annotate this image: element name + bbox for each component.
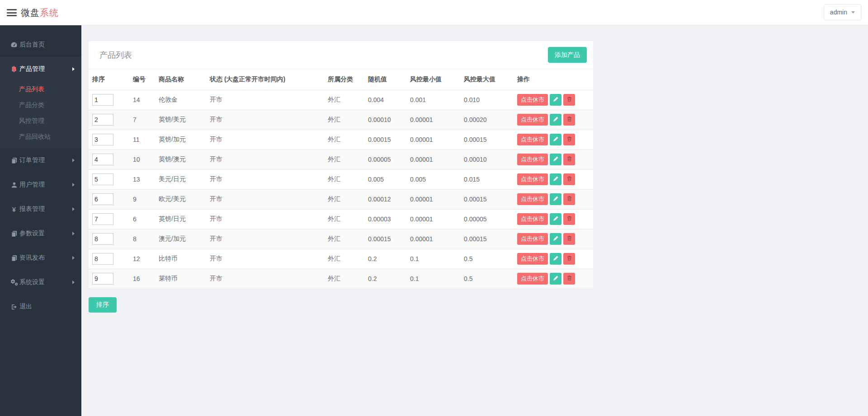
sort-order-input[interactable] bbox=[92, 114, 113, 126]
sort-order-input[interactable] bbox=[92, 253, 113, 265]
sidebar-item-logout[interactable]: 退出 bbox=[0, 294, 81, 319]
user-menu-dropdown[interactable]: admin bbox=[824, 4, 861, 20]
sort-order-input[interactable] bbox=[92, 134, 113, 145]
add-product-button[interactable]: 添加产品 bbox=[548, 47, 587, 63]
copy-icon bbox=[10, 255, 18, 262]
bitcoin-icon: ฿ bbox=[10, 65, 18, 73]
chevron-right-icon bbox=[72, 183, 75, 187]
cell-id: 6 bbox=[129, 209, 155, 229]
sidebar-subitem-product-recycle[interactable]: 产品回收站 bbox=[0, 129, 81, 145]
edit-button[interactable] bbox=[550, 193, 561, 205]
row-actions: 点击休市 bbox=[517, 114, 590, 126]
sidebar-subitem-product-category[interactable]: 产品分类 bbox=[0, 97, 81, 113]
row-actions: 点击休市 bbox=[517, 94, 590, 106]
sidebar-item-product-management[interactable]: ฿ 产品管理 bbox=[0, 57, 81, 81]
close-market-button[interactable]: 点击休市 bbox=[517, 193, 548, 205]
sort-order-input[interactable] bbox=[92, 173, 113, 185]
cell-product-name: 欧元/美元 bbox=[155, 189, 206, 209]
sidebar-item-parameter-settings[interactable]: 参数设置 bbox=[0, 221, 81, 246]
delete-button[interactable] bbox=[563, 193, 575, 205]
trash-icon bbox=[566, 96, 572, 103]
delete-button[interactable] bbox=[563, 154, 575, 165]
cell-risk-max: 0.010 bbox=[460, 90, 514, 110]
cell-risk-min: 0.00001 bbox=[406, 209, 460, 229]
sidebar-item-news-publish[interactable]: 资讯发布 bbox=[0, 246, 81, 270]
cell-product-name: 伦敦金 bbox=[155, 90, 206, 110]
close-market-button[interactable]: 点击休市 bbox=[517, 134, 548, 145]
delete-button[interactable] bbox=[563, 134, 575, 145]
sidebar-item-system-settings[interactable]: 系统设置 bbox=[0, 270, 81, 294]
sidebar-item-report-management[interactable]: ¥ 报表管理 bbox=[0, 197, 81, 221]
edit-button[interactable] bbox=[550, 253, 561, 265]
cell-random-value: 0.004 bbox=[364, 90, 406, 110]
page-title: 产品列表 bbox=[99, 50, 548, 61]
close-market-button[interactable]: 点击休市 bbox=[517, 273, 548, 285]
close-market-button[interactable]: 点击休市 bbox=[517, 213, 548, 225]
cell-status: 开市 bbox=[206, 90, 324, 110]
sort-order-input[interactable] bbox=[92, 213, 113, 225]
edit-button[interactable] bbox=[550, 94, 561, 106]
sidebar-item-label: 后台首页 bbox=[19, 41, 45, 49]
edit-button[interactable] bbox=[550, 154, 561, 165]
cell-product-name: 英镑/日元 bbox=[155, 209, 206, 229]
delete-button[interactable] bbox=[563, 173, 575, 185]
chevron-right-icon bbox=[72, 207, 75, 211]
sidebar-item-order-management[interactable]: 订单管理 bbox=[0, 148, 81, 173]
cell-random-value: 0.2 bbox=[364, 249, 406, 269]
cell-risk-min: 0.001 bbox=[406, 90, 460, 110]
cell-random-value: 0.00010 bbox=[364, 110, 406, 130]
delete-button[interactable] bbox=[563, 253, 575, 265]
cell-category: 外汇 bbox=[324, 269, 364, 289]
sort-submit-button[interactable]: 排序 bbox=[89, 297, 117, 313]
cell-id: 14 bbox=[129, 90, 155, 110]
sort-order-input[interactable] bbox=[92, 94, 113, 106]
sort-order-input[interactable] bbox=[92, 193, 113, 205]
close-market-button[interactable]: 点击休市 bbox=[517, 154, 548, 165]
sidebar-group-products: ฿ 产品管理 产品列表 产品分类 风控管理 产品回收站 bbox=[0, 57, 81, 148]
sidebar-subitem-product-list[interactable]: 产品列表 bbox=[0, 81, 81, 97]
sort-order-input[interactable] bbox=[92, 273, 113, 285]
close-market-button[interactable]: 点击休市 bbox=[517, 233, 548, 245]
close-market-button[interactable]: 点击休市 bbox=[517, 114, 548, 126]
cell-risk-min: 0.00001 bbox=[406, 110, 460, 130]
table-row: 9 欧元/美元 开市 外汇 0.00012 0.00001 0.00015 点击… bbox=[89, 189, 593, 209]
sort-order-input[interactable] bbox=[92, 233, 113, 245]
column-header-category: 所属分类 bbox=[324, 69, 364, 90]
cell-category: 外汇 bbox=[324, 110, 364, 130]
delete-button[interactable] bbox=[563, 114, 575, 126]
sidebar-toggle-icon[interactable] bbox=[7, 9, 17, 16]
table-row: 12 比特币 开市 外汇 0.2 0.1 0.5 点击休市 bbox=[89, 249, 593, 269]
delete-button[interactable] bbox=[563, 94, 575, 106]
cell-status: 开市 bbox=[206, 229, 324, 249]
row-actions: 点击休市 bbox=[517, 273, 590, 285]
chevron-right-icon bbox=[72, 256, 75, 260]
edit-button[interactable] bbox=[550, 213, 561, 225]
sort-order-input[interactable] bbox=[92, 154, 113, 165]
delete-button[interactable] bbox=[563, 273, 575, 285]
cell-status: 开市 bbox=[206, 209, 324, 229]
delete-button[interactable] bbox=[563, 213, 575, 225]
table-row: 6 英镑/日元 开市 外汇 0.00003 0.00001 0.00005 点击… bbox=[89, 209, 593, 229]
sidebar-item-user-management[interactable]: 用户管理 bbox=[0, 173, 81, 197]
table-row: 8 澳元/加元 开市 外汇 0.00015 0.00001 0.00015 点击… bbox=[89, 229, 593, 249]
close-market-button[interactable]: 点击休市 bbox=[517, 94, 548, 106]
edit-button[interactable] bbox=[550, 233, 561, 245]
cell-risk-min: 0.00001 bbox=[406, 229, 460, 249]
column-header-status: 状态 (大盘正常开市时间内) bbox=[206, 69, 324, 90]
edit-button[interactable] bbox=[550, 134, 561, 145]
cell-id: 16 bbox=[129, 269, 155, 289]
table-row: 14 伦敦金 开市 外汇 0.004 0.001 0.010 点击休市 bbox=[89, 90, 593, 110]
delete-button[interactable] bbox=[563, 233, 575, 245]
close-market-button[interactable]: 点击休市 bbox=[517, 253, 548, 265]
table-row: 13 美元/日元 开市 外汇 0.005 0.005 0.015 点击休市 bbox=[89, 169, 593, 189]
cell-product-name: 莱特币 bbox=[155, 269, 206, 289]
cell-id: 8 bbox=[129, 229, 155, 249]
cell-status: 开市 bbox=[206, 189, 324, 209]
edit-button[interactable] bbox=[550, 173, 561, 185]
sidebar-item-dashboard[interactable]: 后台首页 bbox=[0, 33, 81, 57]
edit-button[interactable] bbox=[550, 114, 561, 126]
cell-category: 外汇 bbox=[324, 249, 364, 269]
sidebar-subitem-risk-management[interactable]: 风控管理 bbox=[0, 113, 81, 129]
edit-button[interactable] bbox=[550, 273, 561, 285]
close-market-button[interactable]: 点击休市 bbox=[517, 173, 548, 185]
